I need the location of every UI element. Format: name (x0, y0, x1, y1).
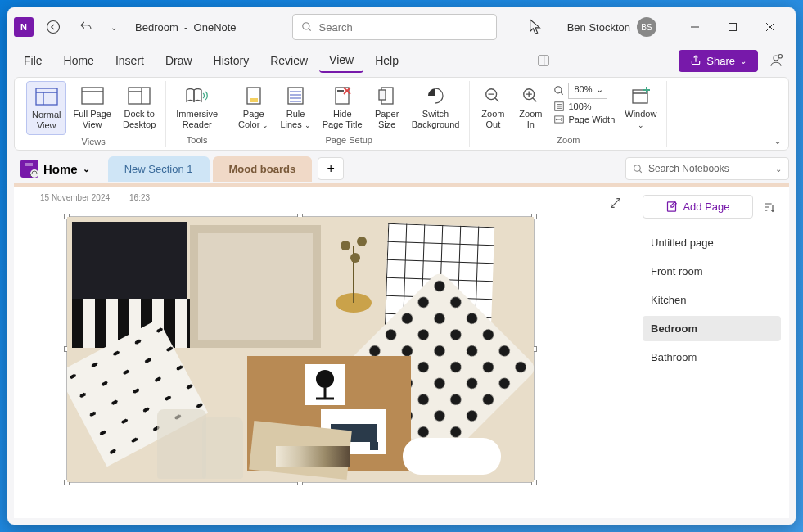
full-page-view-icon (79, 84, 106, 107)
menu-view[interactable]: View (319, 48, 363, 73)
dock-icon (126, 84, 152, 107)
svg-point-61 (357, 237, 367, 246)
page-time: 16:23 (129, 193, 150, 202)
menu-insert[interactable]: Insert (106, 49, 154, 72)
back-button[interactable] (40, 14, 66, 40)
zoom-in-button[interactable]: Zoom In (512, 81, 548, 133)
ribbon-collapse-button[interactable]: ⌄ (774, 135, 782, 147)
page-date: 15 November 2024 (40, 193, 110, 202)
onenote-app-icon: N (14, 17, 34, 37)
svg-point-1 (302, 23, 309, 29)
new-window-icon (628, 84, 654, 107)
page-meta: 15 November 2024 16:23 (40, 193, 614, 202)
titlebar: N ⌄ Bedroom - OneNote Ben Stockton BS (7, 7, 796, 47)
search-notebooks[interactable]: Search Notebooks ⌄ (625, 157, 789, 180)
page-item-bathroom[interactable]: Bathroom (643, 345, 781, 370)
zoom-100-button[interactable]: 100% (553, 101, 615, 112)
window-controls (676, 14, 789, 40)
undo-button[interactable] (73, 14, 99, 40)
svg-rect-68 (370, 442, 378, 450)
user-name: Ben Stockton (567, 21, 630, 34)
add-page-button[interactable]: Add Page (643, 195, 753, 219)
share-icon (690, 55, 701, 66)
svg-point-60 (341, 241, 350, 250)
page-item-front-room[interactable]: Front room (643, 259, 781, 284)
zoom-extra: 80% 100% Page Width (550, 81, 618, 133)
ribbon: Normal View Full Page View Dock to Deskt… (14, 77, 789, 151)
zoom-percent-row[interactable]: 80% (553, 83, 615, 99)
sort-pages-button[interactable] (758, 196, 781, 219)
immersive-reader-button[interactable]: Immersive Reader (171, 81, 223, 133)
minimize-button[interactable] (676, 14, 714, 40)
page-item-bedroom[interactable]: Bedroom (643, 316, 781, 341)
svg-rect-7 (539, 56, 548, 65)
page-item-kitchen[interactable]: Kitchen (643, 287, 781, 313)
svg-line-41 (561, 92, 563, 95)
tab-mood-boards[interactable]: Mood boards (213, 156, 313, 182)
menu-history[interactable]: History (204, 49, 259, 72)
hide-page-title-button[interactable]: Hide Page Title (318, 81, 368, 133)
page-item-untitled[interactable]: Untitled page (643, 230, 781, 255)
avatar: BS (637, 17, 656, 37)
feedback-button[interactable] (763, 47, 789, 74)
tab-new-section-1[interactable]: New Section 1 (108, 156, 210, 182)
rule-lines-button[interactable]: Rule Lines ⌄ (275, 81, 315, 133)
qat-customize-button[interactable]: ⌄ (106, 14, 122, 40)
ribbon-group-page-setup: Page Color ⌄ Rule Lines ⌄ Hide Page Titl… (228, 81, 470, 147)
svg-point-62 (350, 253, 360, 263)
app-window: N ⌄ Bedroom - OneNote Ben Stockton BS (7, 7, 796, 525)
menubar: File Home Insert Draw History Review Vie… (7, 47, 796, 74)
normal-view-button[interactable]: Normal View (26, 81, 66, 135)
switch-background-button[interactable]: Switch Background (407, 81, 465, 133)
svg-line-56 (639, 170, 642, 173)
search-box[interactable] (292, 14, 497, 40)
svg-line-34 (495, 98, 499, 102)
svg-rect-12 (36, 88, 57, 105)
svg-line-57 (611, 199, 620, 208)
switch-bg-icon (422, 84, 449, 107)
page-color-icon (241, 84, 267, 107)
full-page-view-button[interactable]: Full Page View (68, 81, 115, 135)
maximize-button[interactable] (714, 14, 751, 40)
zoom-out-button[interactable]: Zoom Out (475, 81, 511, 133)
paper-size-button[interactable]: Paper Size (369, 81, 405, 133)
menu-file[interactable]: File (14, 49, 52, 72)
window-button[interactable]: Window⌄ (620, 81, 661, 133)
app-window-mode-button[interactable] (530, 47, 557, 74)
add-section-button[interactable]: + (318, 157, 344, 180)
svg-line-2 (308, 29, 310, 31)
notebook-dropdown[interactable]: Home ⌄ (14, 156, 97, 181)
ribbon-group-tools: Immersive Reader Tools (166, 81, 228, 147)
page-color-button[interactable]: Page Color ⌄ (233, 81, 273, 133)
user-area[interactable]: Ben Stockton BS (567, 17, 656, 37)
menu-review[interactable]: Review (260, 49, 318, 72)
share-button[interactable]: Share ⌄ (679, 50, 758, 72)
moodboard-image (67, 217, 534, 482)
expand-page-button[interactable] (609, 196, 622, 210)
svg-rect-53 (25, 163, 33, 166)
back-arrow-icon (46, 20, 61, 34)
dock-to-desktop-button[interactable]: Dock to Desktop (118, 81, 160, 135)
svg-rect-21 (250, 98, 258, 102)
search-input[interactable] (319, 21, 488, 34)
normal-view-icon (34, 85, 60, 108)
paper-size-icon (374, 84, 400, 107)
svg-point-55 (634, 165, 641, 172)
add-page-icon (665, 201, 678, 213)
page-canvas[interactable]: 15 November 2024 16:23 (14, 187, 634, 518)
svg-point-11 (778, 55, 783, 59)
svg-rect-32 (379, 90, 386, 100)
search-icon (301, 21, 313, 33)
cursor-icon (528, 18, 543, 36)
page-width-button[interactable]: Page Width (553, 114, 615, 125)
close-button[interactable] (751, 14, 789, 40)
menu-home[interactable]: Home (54, 49, 104, 72)
zoom-out-icon (480, 84, 506, 107)
svg-point-40 (555, 87, 562, 93)
menu-help[interactable]: Help (365, 49, 408, 72)
menu-draw[interactable]: Draw (156, 49, 202, 72)
window-title: Bedroom - OneNote (135, 21, 237, 34)
page-list-panel: Add Page Untitled page Front room Kitche… (634, 187, 789, 518)
svg-rect-15 (82, 88, 103, 104)
inserted-image[interactable] (66, 216, 535, 483)
